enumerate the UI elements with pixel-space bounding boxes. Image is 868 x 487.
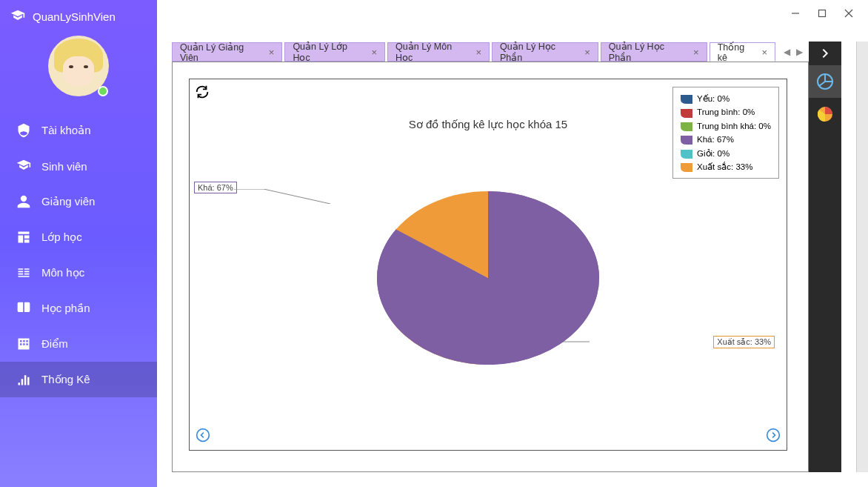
chart-next-button[interactable] [766,428,781,445]
tab-label: Quản Lý Học Phần [500,41,578,63]
sidebar-item-hocphan[interactable]: Học phần [0,291,157,326]
person-icon [16,194,31,209]
sidebar-item-thongke[interactable]: Thống Kê [0,362,157,397]
sidebar-nav: Tài khoản Sinh viên Giảng viên Lớp học M… [0,110,157,397]
vertical-scrollbar[interactable] [856,42,868,472]
sidebar-item-label: Tài khoản [41,124,91,137]
tab-scroll-right-icon[interactable]: ▶ [796,47,803,57]
sidebar-item-label: Điểm [41,337,68,351]
legend-label: Trung bình: 0% [697,105,755,119]
tab-label: Quản Lý Lớp Học [293,41,365,63]
tab-panel: Sơ đồ thống kê lực học khóa 15 Khá: 67% … [172,62,809,472]
legend-item: Trung bình khá: 0% [681,119,771,133]
tab-label: Quản Lý Môn Học [395,41,470,63]
slice-callout-kha: Khá: 67% [194,182,237,193]
titlebar [157,0,868,27]
tab-label: Thống kê [718,42,756,63]
sidebar-item-label: Giảng viên [41,195,95,208]
sidebar: QuanLySinhVien Tài khoản Sinh viên Giảng… [0,0,157,487]
chart-prev-button[interactable] [196,428,210,445]
sidebar-item-diem[interactable]: Điểm [0,326,157,362]
window-close-button[interactable] [835,3,862,24]
rail-chart-type-1[interactable] [809,65,841,98]
tab-hocphan-1[interactable]: Quản Lý Học Phần × [492,42,598,62]
app-title: QuanLySinhVien [33,10,116,23]
legend-swatch-icon [681,162,692,171]
subject-icon [16,265,31,280]
close-icon[interactable]: × [371,47,377,57]
chart-legend: Yếu: 0% Trung bình: 0% Trung bình khá: 0… [672,87,779,179]
legend-swatch-icon [681,122,692,130]
pie-outline-icon [816,73,834,90]
score-icon [16,337,31,351]
window-maximize-button[interactable] [809,3,835,24]
window-minimize-button[interactable] [782,3,809,24]
book-icon [16,301,31,316]
legend-item: Yếu: 0% [681,92,771,105]
app-header: QuanLySinhVien [0,0,157,28]
pie-chart [362,182,614,374]
sidebar-item-lophoc[interactable]: Lớp học [0,219,157,255]
legend-label: Xuất sắc: 33% [697,160,752,173]
legend-swatch-icon [681,94,692,103]
legend-item: Khá: 67% [681,133,771,146]
rail-chart-type-2[interactable] [809,98,841,130]
stats-icon [16,372,31,387]
slice-callout-xuatsac: Xuất sắc: 33% [713,336,775,348]
arrow-left-circle-icon [196,428,210,443]
sidebar-item-sinhvien[interactable]: Sinh viên [0,148,157,184]
sidebar-item-label: Môn học [41,266,84,279]
grad-cap-icon [16,159,31,173]
sidebar-item-giangvien[interactable]: Giảng viên [0,184,157,219]
close-icon[interactable]: × [475,47,481,57]
arrow-right-circle-icon [766,428,781,443]
legend-swatch-icon [681,149,692,158]
pie-filled-icon [816,105,834,123]
status-online-icon [98,86,108,96]
legend-label: Yếu: 0% [697,92,730,105]
tab-giangvien[interactable]: Quản Lý Giảng Viên × [172,42,282,62]
tab-lophoc[interactable]: Quản Lý Lớp Học × [284,42,385,62]
sidebar-item-label: Học phần [41,302,90,315]
legend-item: Xuất sắc: 33% [681,160,771,173]
sidebar-item-label: Thống Kê [41,373,90,386]
tab-scroll-left-icon[interactable]: ◀ [784,47,790,57]
class-icon [16,230,31,245]
legend-label: Khá: 67% [697,133,734,146]
svg-point-4 [197,429,210,442]
chevron-right-icon [819,47,831,59]
legend-swatch-icon [681,108,692,117]
tab-label: Quản Lý Học Phần [609,41,687,63]
tab-hocphan-2[interactable]: Quản Lý Học Phần × [601,42,707,62]
svg-rect-1 [819,10,826,17]
shield-user-icon [16,123,31,138]
main-area: Quản Lý Giảng Viên × Quản Lý Lớp Học × Q… [157,0,868,487]
right-rail [809,42,841,472]
tab-strip: Quản Lý Giảng Viên × Quản Lý Lớp Học × Q… [172,42,809,62]
legend-label: Giỏi: 0% [697,147,730,160]
tab-label: Quản Lý Giảng Viên [180,42,263,63]
close-icon[interactable]: × [693,47,699,57]
close-icon[interactable]: × [269,47,275,57]
sidebar-item-label: Sinh viên [41,160,87,173]
legend-item: Trung bình: 0% [681,105,771,119]
legend-swatch-icon [681,135,692,144]
legend-item: Giỏi: 0% [681,147,771,160]
refresh-button[interactable] [194,84,210,103]
sidebar-item-label: Lớp học [41,231,82,244]
sidebar-item-taikhoan[interactable]: Tài khoản [0,113,157,148]
rail-expand-button[interactable] [809,42,841,65]
svg-point-5 [767,429,780,442]
chart-card: Sơ đồ thống kê lực học khóa 15 Khá: 67% … [189,79,787,451]
grad-cap-icon [10,9,25,24]
close-icon[interactable]: × [761,47,767,57]
tab-monhoc[interactable]: Quản Lý Môn Học × [387,42,490,62]
tab-scroll-nav: ◀ ▶ [778,47,809,57]
tab-thongke[interactable]: Thống kê × [710,42,775,62]
close-icon[interactable]: × [584,47,590,57]
legend-label: Trung bình khá: 0% [697,119,771,133]
sidebar-item-monhoc[interactable]: Môn học [0,255,157,291]
refresh-icon [194,84,210,100]
avatar-container [0,28,157,110]
